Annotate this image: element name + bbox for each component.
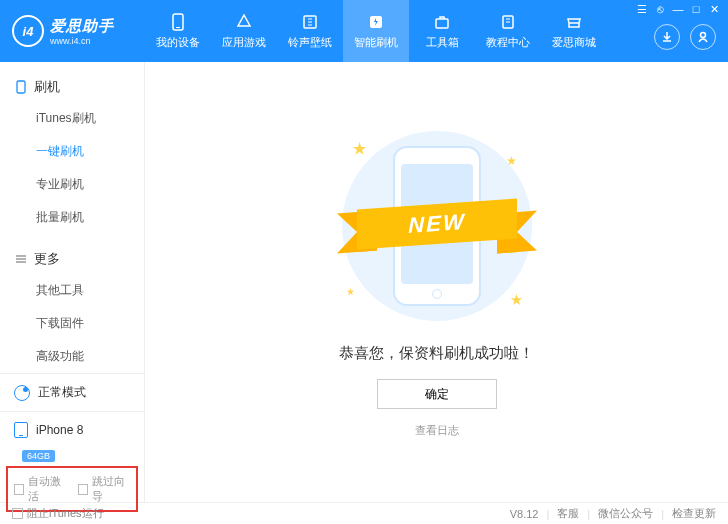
shop-icon	[565, 13, 583, 31]
logo-icon: i4	[12, 15, 44, 47]
user-button[interactable]	[690, 24, 716, 50]
phone-icon	[169, 13, 187, 31]
ok-button[interactable]: 确定	[377, 379, 497, 409]
sidebar-item-other-tools[interactable]: 其他工具	[0, 274, 144, 307]
success-message: 恭喜您，保资料刷机成功啦！	[339, 344, 534, 363]
device-icon	[14, 422, 28, 438]
window-controls: ☰ ⎋ — □ ✕	[628, 0, 728, 18]
nav-tutorial[interactable]: 教程中心	[475, 0, 541, 62]
view-log-link[interactable]: 查看日志	[415, 423, 459, 438]
sidebar-group-flash[interactable]: 刷机	[0, 72, 144, 102]
logo-block: i4 爱思助手 www.i4.cn	[0, 0, 145, 62]
sidebar-group-more[interactable]: 更多	[0, 244, 144, 274]
sidebar-item-pro-flash[interactable]: 专业刷机	[0, 168, 144, 201]
nav-my-device[interactable]: 我的设备	[145, 0, 211, 62]
svg-rect-4	[436, 19, 448, 28]
storage-badge: 64GB	[22, 450, 55, 462]
minimize-button[interactable]: —	[670, 2, 686, 16]
download-button[interactable]	[654, 24, 680, 50]
auto-activate-checkbox[interactable]: 自动激活	[14, 474, 66, 504]
version-label: V8.12	[510, 508, 539, 520]
device-name: iPhone 8	[36, 423, 83, 437]
app-url: www.i4.cn	[50, 36, 114, 46]
music-icon	[301, 13, 319, 31]
mode-row[interactable]: 正常模式	[0, 374, 144, 411]
mode-icon	[14, 385, 30, 401]
menu-lines-icon	[14, 252, 28, 266]
checkbox-icon	[12, 508, 23, 519]
main-content: NEW 恭喜您，保资料刷机成功啦！ 确定 查看日志	[145, 62, 728, 502]
sidebar-item-batch-flash[interactable]: 批量刷机	[0, 201, 144, 234]
skip-guide-checkbox[interactable]: 跳过向导	[78, 474, 130, 504]
svg-rect-7	[17, 81, 25, 93]
nav-shop[interactable]: 爱思商城	[541, 0, 607, 62]
support-link[interactable]: 客服	[557, 506, 579, 521]
phone-outline-icon	[14, 80, 28, 94]
sidebar: 刷机 iTunes刷机 一键刷机 专业刷机 批量刷机 更多 其他工具 下载固件 …	[0, 62, 145, 502]
checkbox-icon	[14, 484, 24, 495]
lock-icon[interactable]: ⎋	[652, 2, 668, 16]
nav-apps[interactable]: 应用游戏	[211, 0, 277, 62]
sidebar-item-advanced[interactable]: 高级功能	[0, 340, 144, 373]
close-button[interactable]: ✕	[706, 2, 722, 16]
flash-icon	[367, 13, 385, 31]
menu-icon[interactable]: ☰	[634, 2, 650, 16]
svg-rect-1	[176, 27, 180, 28]
apps-icon	[235, 13, 253, 31]
svg-point-6	[701, 33, 706, 38]
top-nav: 我的设备 应用游戏 铃声壁纸 智能刷机 工具箱 教程中心 爱思商城	[145, 0, 654, 62]
check-update-link[interactable]: 检查更新	[672, 506, 716, 521]
book-icon	[499, 13, 517, 31]
new-ribbon: NEW	[337, 204, 537, 254]
mode-label: 正常模式	[38, 384, 86, 401]
device-row[interactable]: iPhone 8	[0, 412, 144, 448]
nav-flash[interactable]: 智能刷机	[343, 0, 409, 62]
nav-ringtones[interactable]: 铃声壁纸	[277, 0, 343, 62]
maximize-button[interactable]: □	[688, 2, 704, 16]
sidebar-item-download-firmware[interactable]: 下载固件	[0, 307, 144, 340]
sidebar-item-oneclick-flash[interactable]: 一键刷机	[0, 135, 144, 168]
success-illustration: NEW	[317, 126, 557, 326]
sidebar-item-itunes-flash[interactable]: iTunes刷机	[0, 102, 144, 135]
block-itunes-checkbox[interactable]: 阻止iTunes运行	[12, 506, 104, 521]
wechat-link[interactable]: 微信公众号	[598, 506, 653, 521]
app-header: i4 爱思助手 www.i4.cn 我的设备 应用游戏 铃声壁纸 智能刷机 工具…	[0, 0, 728, 62]
app-name: 爱思助手	[50, 17, 114, 36]
nav-toolbox[interactable]: 工具箱	[409, 0, 475, 62]
toolbox-icon	[433, 13, 451, 31]
checkbox-icon	[78, 484, 88, 495]
